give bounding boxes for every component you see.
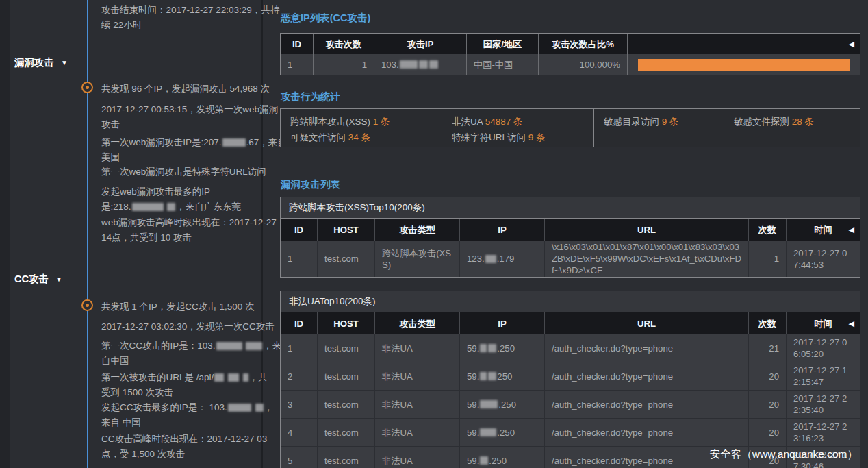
section-title-vuln-list: 漏洞攻击列表 [281,178,340,191]
cc-attack-label: CC攻击 [14,273,49,286]
collapse-triangle-icon[interactable]: ◀ [849,318,854,330]
column-header: 攻击类型 [374,312,459,334]
timeline-entry: 攻击结束时间：2017-12-27 22:03:29，共持续 22小时 [101,3,267,33]
chevron-down-icon: ▼ [61,59,68,66]
column-header: 次数 [748,219,786,241]
cell: 中国-中国 [466,54,538,75]
timeline-marker-icon [81,82,93,93]
table-row[interactable]: 1test.com非法UA59. .250/auth_checker.do?ty… [281,334,860,362]
redacted-block [222,138,246,147]
cell: test.com [317,334,374,362]
cell: 4 [281,419,317,446]
column-header: 时间◀ [786,219,860,241]
cell: test.com [317,362,374,390]
collapse-triangle-icon[interactable]: ◀ [849,38,854,50]
illegal-ua-top10-table: 非法UATop10(200条) IDHOST攻击类型IPURL次数时间◀1tes… [280,291,860,468]
behavior-stats-box: 跨站脚本攻击(XSS) 1 条可疑文件访问 34 条 非法UA 54887 条特… [280,108,860,147]
cell [627,54,860,75]
redacted-block [480,428,496,436]
table-caption: 非法UATop10(200条) [281,291,860,312]
timeline-entry: 发起CC攻击最多的IP是： 103. ，来自 中国 [101,400,267,430]
redacted-block [228,404,251,412]
cell: 非法UA [374,447,459,468]
section-title-malicious-ip: 恶意IP列表(CC攻击) [281,12,370,25]
column-header: 时间◀ [786,312,860,334]
redacted-block [485,255,496,263]
cell: 59..250 [459,419,544,446]
column-header: 攻击类型 [374,219,459,241]
cell: test.com [317,241,374,277]
table-row[interactable]: 11103. 中国-中国100.000% [281,54,860,75]
cell: 2017-12-27 06:05:20 [786,334,860,362]
redacted-block [214,373,224,382]
cell: 20 [748,391,786,418]
table-header-row: ID攻击次数攻击IP国家/地区攻击次数占比%◀ [281,34,860,54]
cell: 5 [281,447,317,468]
timeline-entry: 第一次CC攻击的IP是：103. ，来自中国 [101,338,267,369]
timeline-entry: CC攻击高峰时段出现在：2017-12-27 03点，受 1,500 次攻击 [101,432,267,462]
cell: 3 [281,391,317,418]
cell: 非法UA [374,391,459,418]
column-header: IP [459,312,544,334]
stat-cell-xss: 跨站脚本攻击(XSS) 1 条可疑文件访问 34 条 [281,109,442,147]
percentage-bar [638,59,850,71]
column-header: URL [544,312,748,334]
stat-cell-sensitive-dir: 敏感目录访问 9 条 [593,109,724,147]
column-header: 攻击次数 [313,34,374,54]
malicious-ip-table: ID攻击次数攻击IP国家/地区攻击次数占比%◀11103. 中国-中国100.0… [280,33,860,75]
table-row[interactable]: 2test.com非法UA59. 250/auth_checker.do?typ… [281,362,860,390]
timeline-entry: 发起web漏洞攻击最多的IP是:218. ，来自广东东莞 [101,184,267,214]
cell: test.com [317,447,374,468]
cell: 非法UA [374,419,459,446]
cell: /auth_checker.do?type=phone [544,362,748,390]
cell: 59. .250 [459,334,544,362]
timeline-entry: 共发现 96 个IP，发起漏洞攻击 54,968 次 [101,82,267,97]
security-report-screen: 漏洞攻击 ▼ CC攻击 ▼ 攻击结束时间：2017-12-27 22:03:29… [0,0,868,468]
redacted-block [228,373,239,382]
left-rail [0,0,10,468]
cell: 2017-12-27 22:35:40 [786,391,860,418]
redacted-block [419,60,428,69]
redacted-block [488,372,496,380]
redacted-block [429,60,438,69]
sidebar-item-vuln-attack[interactable]: 漏洞攻击 ▼ [14,56,68,69]
table-header-row: IDHOST攻击类型IPURL次数时间◀ [281,312,860,334]
column-header: 国家/地区 [466,34,538,54]
cell: 21 [748,334,786,362]
column-header: HOST [317,219,374,241]
sidebar-item-cc-attack[interactable]: CC攻击 ▼ [14,273,62,286]
redacted-block [488,344,496,352]
timeline-entry: web漏洞攻击高峰时段出现在：2017-12-2714点，共受到 10 攻击 [101,215,267,245]
column-header: 攻击次数占比% [538,34,627,54]
cell: 20 [748,419,786,446]
column-header: ◀ [627,34,860,54]
timeline-entry: 第一次被攻击的URL是 /api/ ，共受到 1500 次攻击 [101,370,267,400]
timeline-entry: 共发现 1 个IP，发起CC攻击 1,500 次 [101,299,267,315]
cell: 非法UA [374,334,459,362]
cell: 2017-12-27 23:16:23 [786,419,860,446]
report-main-area: 恶意IP列表(CC攻击) ID攻击次数攻击IP国家/地区攻击次数占比%◀1110… [264,0,868,468]
cell: 123. .179 [459,241,544,277]
cell: /auth_checker.do?type=phone [544,334,748,362]
redacted-block [132,203,164,211]
collapse-triangle-icon[interactable]: ◀ [849,224,854,236]
cell: test.com [317,419,374,446]
cell: 跨站脚本攻击(XSS) [374,241,459,277]
timeline-entry: 第一次web漏洞攻击是特殊字符URL访问 [101,164,267,180]
table-row[interactable]: 3test.com非法UA59..250/auth_checker.do?typ… [281,390,860,418]
cell: 59. 250 [459,362,544,390]
cell: 59..250 [459,391,544,418]
column-header: 次数 [748,312,786,334]
xss-top10-table: 跨站脚本攻击(XSS)Top10(200条) IDHOST攻击类型IPURL次数… [280,197,860,278]
cell: test.com [317,391,374,418]
redacted-block [480,456,488,465]
redacted-block [246,342,262,350]
table-row[interactable]: 4test.com非法UA59..250/auth_checker.do?typ… [281,418,860,446]
table-row[interactable]: 1test.com跨站脚本攻击(XSS)123. .179\x16\x03\x0… [281,241,860,277]
chevron-down-icon: ▼ [55,275,62,283]
cell: 1 [281,241,317,277]
cell: \x16\x03\x01\x01\x87\x01\x00\x01\x83\x03… [544,241,748,277]
redacted-block [480,372,487,380]
timeline-entry: 2017-12-27 03:02:30，发现第一次CC攻击 [101,319,267,334]
cell: 非法UA [374,362,459,390]
